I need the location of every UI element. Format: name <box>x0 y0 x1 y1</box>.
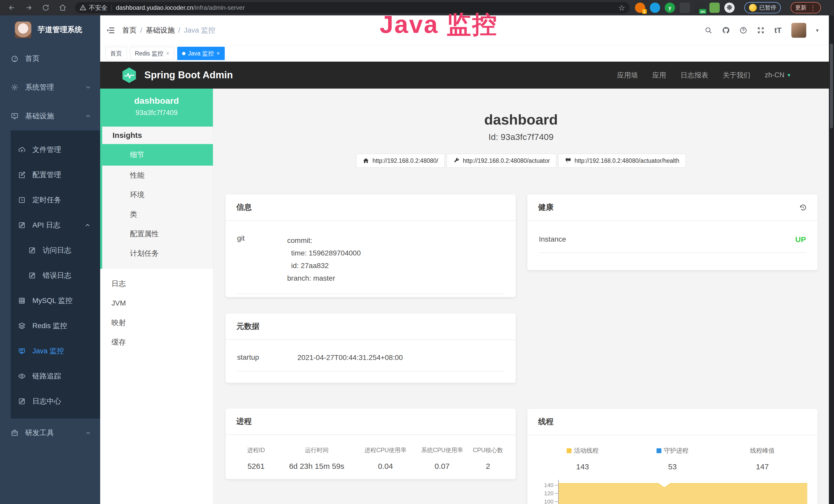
fullscreen-icon[interactable] <box>757 26 765 34</box>
breadcrumb-infra[interactable]: 基础设施 <box>146 25 175 35</box>
app-logo-row[interactable]: 芋道管理系统 <box>0 16 100 44</box>
sidebar-item-infra[interactable]: 基础设施 <box>0 102 100 131</box>
breadcrumb-separator: / <box>140 26 142 35</box>
browser-menu-icon[interactable]: ⋮ <box>810 6 816 9</box>
val-process-cpu: 0.04 <box>357 462 414 471</box>
sba-language-select[interactable]: zh-CN ▾ <box>765 71 790 79</box>
profile-paused-pill[interactable]: 已暂停 <box>744 2 781 13</box>
sba-header: Spring Boot Admin 应用墙 应用 日志报表 关于我们 zh-CN… <box>100 62 829 89</box>
page-scrollbar[interactable] <box>829 16 834 504</box>
sidebar-item-cron-jobs[interactable]: 定时任务 <box>11 187 100 212</box>
tab-redis-monitor[interactable]: Redis 监控 × <box>130 47 174 60</box>
sba-nav-about[interactable]: 关于我们 <box>723 71 750 80</box>
service-url-button[interactable]: http://192.168.0.2:48080/ <box>356 154 445 168</box>
security-label[interactable]: 不安全 <box>89 4 107 12</box>
scrollbar-thumb[interactable] <box>830 44 833 129</box>
address-bar[interactable]: 不安全 dashboard.yudao.iocoder.cn/infra/adm… <box>75 2 630 13</box>
sidebar-item-log-center[interactable]: 日志中心 <box>11 389 100 414</box>
extension-grid-icon[interactable] <box>680 3 690 13</box>
breadcrumb-home[interactable]: 首页 <box>122 25 137 35</box>
sba-item-caches[interactable]: 缓存 <box>100 333 213 352</box>
process-table-values: 5261 6d 23h 15m 59s 0.04 0.07 2 <box>236 462 505 471</box>
sba-item-mappings[interactable]: 映射 <box>100 313 213 333</box>
browser-reload-icon[interactable] <box>41 3 51 13</box>
health-card-header: 健康 <box>527 194 817 221</box>
extension-y-icon[interactable]: y <box>665 3 675 13</box>
sidebar-item-label: 研发工具 <box>25 428 79 438</box>
process-card-title: 进程 <box>225 409 516 435</box>
instance-id: 93a3fc7f7409 <box>100 109 213 117</box>
health-url-button[interactable]: http://192.168.0.2:48080/actuator/health <box>558 154 686 168</box>
sba-item-environment[interactable]: 环境 <box>102 185 213 205</box>
extension-leaf-icon[interactable] <box>709 3 720 13</box>
search-icon[interactable] <box>705 26 712 34</box>
url-host[interactable]: dashboard.yudao.iocoder.cn <box>116 4 193 11</box>
extension-switch-icon[interactable]: on <box>695 3 705 13</box>
cards-right-column: 健康 Instance UP 线程 活动线程 <box>527 194 817 504</box>
extension-pin-icon[interactable] <box>650 3 660 13</box>
document-edit-icon <box>28 271 37 280</box>
sidebar-item-api-log[interactable]: API 日志 <box>11 212 100 238</box>
close-icon[interactable]: × <box>166 50 169 57</box>
sba-nav-wallboard[interactable]: 应用墙 <box>617 71 638 80</box>
sidebar-item-file-manage[interactable]: 文件管理 <box>11 137 100 162</box>
puzzle-extensions-icon[interactable] <box>724 3 734 13</box>
sba-item-jvm[interactable]: JVM <box>100 294 213 313</box>
eye-icon <box>18 372 26 381</box>
close-icon[interactable]: × <box>217 50 220 57</box>
avatar-caret-icon[interactable]: ▾ <box>816 27 818 33</box>
sidebar-item-system[interactable]: 系统管理 <box>0 73 100 102</box>
sidebar-item-label: 文件管理 <box>32 145 61 155</box>
threads-chart: 140 120 100 <box>537 478 807 504</box>
sba-nav-journal[interactable]: 日志报表 <box>680 71 708 80</box>
bookmark-star-icon[interactable]: ☆ <box>618 3 625 12</box>
sidebar-toggle-icon[interactable] <box>106 25 115 35</box>
sba-item-config-props[interactable]: 配置属性 <box>102 224 213 244</box>
spring-boot-admin-logo <box>121 67 138 84</box>
sba-brand[interactable]: Spring Boot Admin <box>121 67 233 84</box>
sidebar-item-dev-tools[interactable]: 研发工具 <box>0 418 100 447</box>
tab-java-monitor[interactable]: Java 监控 × <box>177 47 225 60</box>
sba-item-classes[interactable]: 类 <box>102 205 213 224</box>
sba-nav: 应用墙 应用 日志报表 关于我们 zh-CN ▾ <box>617 71 790 80</box>
threads-area-chart <box>559 478 807 504</box>
sba-nav-applications[interactable]: 应用 <box>652 71 666 80</box>
breadcrumb-current: Java 监控 <box>184 25 216 35</box>
sba-item-details[interactable]: 细节 <box>102 144 213 166</box>
peak-threads-value: 147 <box>717 462 807 471</box>
sidebar-item-access-log[interactable]: 访问日志 <box>11 238 100 263</box>
sidebar-item-label: 定时任务 <box>32 195 61 205</box>
history-icon[interactable] <box>799 204 807 211</box>
sba-item-logs[interactable]: 日志 <box>100 274 213 294</box>
sidebar-item-home[interactable]: 首页 <box>0 44 100 73</box>
actuator-url-button[interactable]: http://192.168.0.2:48080/actuator <box>447 154 556 168</box>
instance-header[interactable]: dashboard 93a3fc7f7409 <box>100 89 213 127</box>
help-icon[interactable] <box>740 26 747 34</box>
sidebar-item-error-log[interactable]: 错误日志 <box>11 263 100 288</box>
browser-forward-icon[interactable] <box>24 3 34 13</box>
extension-icon[interactable]: 1 <box>635 3 645 13</box>
status-badge: UP <box>795 235 806 244</box>
not-secure-warning-icon <box>80 4 86 11</box>
browser-home-icon[interactable] <box>58 3 68 13</box>
tab-home[interactable]: 首页 <box>105 47 127 60</box>
row-name: git <box>237 234 287 284</box>
legend-daemon-threads: 守护进程 <box>628 446 717 455</box>
user-avatar[interactable] <box>791 23 806 38</box>
sidebar-item-redis-monitor[interactable]: Redis 监控 <box>11 313 100 338</box>
threads-legend: 活动线程 守护进程 线程峰值 <box>527 435 817 455</box>
browser-back-icon[interactable] <box>7 3 17 13</box>
threads-values: 143 53 147 <box>527 462 817 471</box>
github-icon[interactable] <box>722 26 730 34</box>
url-path[interactable]: /infra/admin-server <box>193 4 245 11</box>
sidebar-item-mysql-monitor[interactable]: MySQL 监控 <box>11 288 100 313</box>
sba-item-scheduled-tasks[interactable]: 计划任务 <box>102 244 213 263</box>
sidebar-item-tracing[interactable]: 链路追踪 <box>11 364 100 389</box>
sidebar-item-config-manage[interactable]: 配置管理 <box>11 162 100 187</box>
browser-update-button[interactable]: 更新 ⋮ <box>791 2 821 13</box>
sidebar-item-java-monitor[interactable]: Java 监控 <box>11 338 100 364</box>
font-size-icon[interactable]: tT <box>774 26 782 35</box>
y-tick-mark <box>555 493 557 494</box>
table-row: Instance UP <box>539 221 806 253</box>
sba-item-metrics[interactable]: 性能 <box>102 166 213 185</box>
